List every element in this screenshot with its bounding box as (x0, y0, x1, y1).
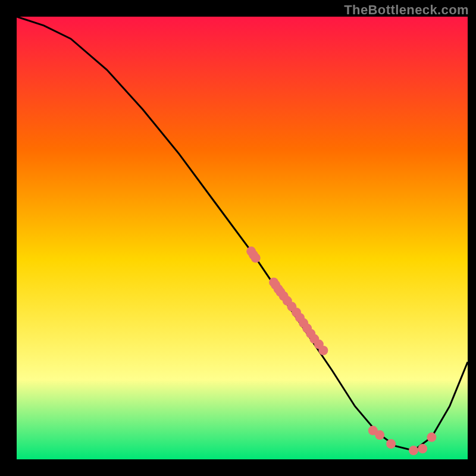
data-dot (375, 430, 384, 440)
data-dot (318, 346, 328, 355)
watermark-text: TheBottleneck.com (344, 2, 469, 18)
chart-frame: TheBottleneck.com (0, 0, 476, 476)
data-dot (427, 433, 436, 442)
bottleneck-curve-chart (0, 0, 476, 476)
data-dot (418, 444, 427, 453)
data-dot (251, 253, 261, 263)
data-dot (386, 439, 396, 449)
data-dot (409, 446, 418, 455)
